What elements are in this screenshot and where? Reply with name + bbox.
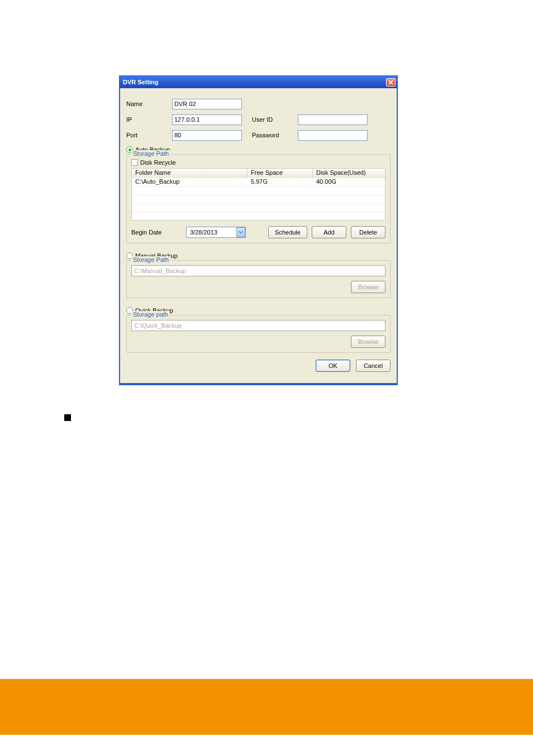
disk-recycle-label: Disk Recycle — [140, 159, 176, 166]
chevron-down-icon — [239, 231, 243, 234]
userid-input[interactable] — [298, 114, 368, 125]
td-disk — [313, 187, 385, 195]
manual-path-input — [131, 265, 386, 276]
bullet-square-icon — [64, 414, 71, 421]
ok-button[interactable]: OK — [316, 360, 350, 372]
table-row[interactable] — [132, 203, 385, 212]
td-disk — [313, 195, 385, 203]
name-label: Name — [126, 101, 172, 107]
td-disk — [313, 204, 385, 212]
auto-backup-legend: Storage Path — [131, 150, 170, 157]
dialog-buttons: OK Cancel — [126, 360, 391, 372]
row-port: Port Password — [126, 130, 391, 141]
schedule-button[interactable]: Schedule — [268, 226, 307, 238]
td-folder — [132, 187, 248, 195]
titlebar[interactable]: DVR Setting — [120, 76, 397, 88]
td-disk — [313, 212, 385, 220]
password-input[interactable] — [298, 130, 368, 141]
quick-backup-fieldset: Storage path Browse — [126, 315, 391, 353]
td-free: 5.97G — [248, 178, 313, 186]
password-label: Password — [252, 132, 298, 138]
disk-recycle-checkbox[interactable] — [131, 159, 138, 166]
table-row[interactable] — [132, 186, 385, 195]
td-free — [248, 195, 313, 203]
date-dropdown-button[interactable] — [236, 227, 245, 237]
name-input[interactable] — [172, 99, 242, 109]
begin-date-combo[interactable] — [186, 227, 246, 238]
row-name: Name — [126, 98, 391, 109]
userid-label: User ID — [252, 116, 298, 123]
dvr-setting-dialog: DVR Setting Name IP User ID Port Passwor… — [119, 75, 398, 385]
th-disk[interactable]: Disk Space(Used) — [313, 169, 385, 178]
footer-bar — [0, 679, 533, 735]
page-root: DVR Setting Name IP User ID Port Passwor… — [0, 0, 533, 756]
td-free — [248, 204, 313, 212]
th-free[interactable]: Free Space — [248, 169, 313, 178]
close-button[interactable] — [386, 78, 396, 87]
quick-backup-legend: Storage path — [131, 311, 170, 318]
table-row[interactable] — [132, 195, 385, 203]
cancel-button[interactable]: Cancel — [356, 360, 391, 372]
td-folder — [132, 204, 248, 212]
td-disk: 40.00G — [313, 178, 385, 186]
quick-browse-button: Browse — [351, 336, 386, 348]
manual-browse-row: Browse — [131, 281, 386, 293]
table-row[interactable] — [132, 212, 385, 220]
close-icon — [388, 80, 393, 85]
port-label: Port — [126, 132, 172, 138]
manual-backup-fieldset: Storage Path Browse — [126, 260, 391, 298]
add-button[interactable]: Add — [312, 226, 346, 238]
delete-button[interactable]: Delete — [351, 226, 386, 238]
quick-path-input — [131, 320, 386, 331]
dialog-body: Name IP User ID Port Password Auto Backu… — [120, 88, 397, 379]
dialog-title: DVR Setting — [123, 79, 159, 85]
begin-date-label: Begin Date — [131, 229, 182, 236]
manual-backup-legend: Storage Path — [131, 256, 170, 263]
quick-browse-row: Browse — [131, 336, 386, 348]
manual-browse-button: Browse — [351, 281, 386, 293]
storage-table: Folder Name Free Space Disk Space(Used) … — [131, 168, 386, 221]
table-body: C:\Auto_Backup 5.97G 40.00G — [132, 178, 385, 220]
th-folder[interactable]: Folder Name — [132, 169, 248, 178]
table-header-row: Folder Name Free Space Disk Space(Used) — [132, 169, 385, 178]
td-free — [248, 187, 313, 195]
td-folder — [132, 195, 248, 203]
td-folder: C:\Auto_Backup — [132, 178, 248, 186]
auto-backup-fieldset: Storage Path Disk Recycle Folder Name Fr… — [126, 154, 391, 243]
auto-backup-actions: Begin Date Schedule Add Delete — [131, 226, 386, 238]
td-free — [248, 212, 313, 220]
port-input[interactable] — [172, 130, 242, 141]
td-folder — [132, 212, 248, 220]
row-ip: IP User ID — [126, 114, 391, 125]
disk-recycle-row: Disk Recycle — [131, 159, 386, 166]
ip-label: IP — [126, 116, 172, 123]
table-row[interactable]: C:\Auto_Backup 5.97G 40.00G — [132, 178, 385, 186]
ip-input[interactable] — [172, 114, 242, 125]
